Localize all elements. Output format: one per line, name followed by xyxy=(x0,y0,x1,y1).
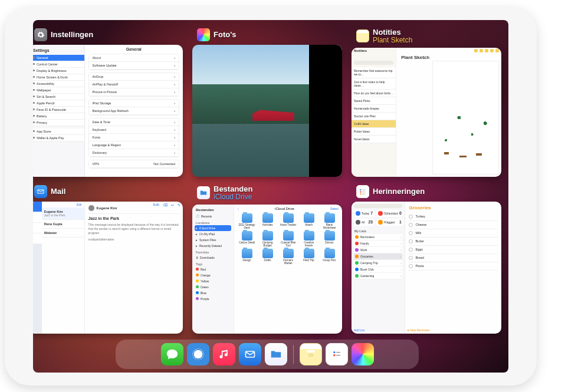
settings-row[interactable]: Wallet & Apple Pay xyxy=(33,135,84,141)
reminders-stat[interactable]: Scheduled0 xyxy=(376,210,403,217)
note-list-item[interactable]: Soccer one Plan xyxy=(352,113,396,120)
note-list-item[interactable]: Saved Picks xyxy=(352,97,396,105)
files-tag[interactable]: Yellow xyxy=(195,278,231,284)
mail-inbox-item[interactable]: Webster xyxy=(42,229,84,238)
settings-row[interactable]: Battery xyxy=(33,113,84,120)
files-folder[interactable]: 2021 Strategy Deck xyxy=(238,213,256,229)
files-tag[interactable]: Green xyxy=(195,284,231,290)
settings-detail-row[interactable]: VPNNot Connected xyxy=(89,160,179,168)
reminders-list[interactable]: Camping Trip› xyxy=(354,260,402,266)
app-card-settings[interactable]: Instellingen Settings GeneralControl Cen… xyxy=(33,26,183,177)
files-folder[interactable]: Attach xyxy=(300,213,318,229)
reminders-list[interactable]: Groceries› xyxy=(354,253,402,260)
back-icon[interactable]: ‹ xyxy=(238,207,239,212)
notes-preview[interactable]: Notities Remember that awesome trip we t… xyxy=(352,48,501,177)
files-preview[interactable]: Bestanden 🕘Recents Locations ▸iCloud Dri… xyxy=(192,205,342,334)
files-folder[interactable]: Camping Budget xyxy=(258,231,277,247)
settings-detail-row[interactable]: Fonts› xyxy=(89,134,179,141)
reminder-item[interactable]: Pasta xyxy=(409,262,498,271)
files-folder[interactable]: Asset Tracker xyxy=(279,213,297,229)
reminders-list[interactable]: Reminders› xyxy=(354,234,402,241)
dock-notes[interactable] xyxy=(300,343,322,365)
settings-detail-row[interactable]: About› xyxy=(89,54,179,62)
app-card-mail[interactable]: Mail EditEugene KimJazz in the ParkRene … xyxy=(33,183,183,334)
note-list-item[interactable]: Just a few notes to help clean… xyxy=(352,78,396,90)
settings-row[interactable]: Face ID & Passcode xyxy=(33,107,84,113)
settings-detail-row[interactable]: Software Update› xyxy=(89,62,179,70)
settings-row[interactable]: Privacy xyxy=(33,120,84,126)
files-folder[interactable]: Creative Assets xyxy=(300,231,318,247)
new-reminder-button[interactable]: ⊕ New Reminder xyxy=(407,328,429,332)
settings-detail-row[interactable]: Date & Time› xyxy=(89,118,179,126)
reminder-item[interactable]: Eggs xyxy=(409,246,498,254)
dock-files[interactable] xyxy=(265,343,287,365)
photos-preview[interactable] xyxy=(192,45,342,177)
settings-row[interactable]: Home Screen & Dock xyxy=(33,74,84,81)
files-folder[interactable]: Activities xyxy=(258,213,277,229)
note-list-item[interactable]: Potter Ideas xyxy=(352,128,396,136)
files-folder[interactable]: Group Pics xyxy=(320,249,339,265)
note-list-item[interactable]: How do you feel about birds… xyxy=(352,90,396,97)
settings-row[interactable]: Accessibility xyxy=(33,81,84,87)
settings-row[interactable]: Siri & Search xyxy=(33,94,84,100)
settings-row[interactable]: General xyxy=(33,55,84,61)
note-list-item[interactable]: Novel Ideas xyxy=(352,136,396,143)
files-folder[interactable]: Field Trip xyxy=(300,249,318,265)
settings-preview[interactable]: Settings GeneralControl CenterDisplay & … xyxy=(33,45,183,177)
settings-detail-row[interactable]: Picture in Picture› xyxy=(89,88,179,96)
settings-row[interactable]: Wallpaper xyxy=(33,87,84,94)
files-fav-downloads[interactable]: ⬇Downloads xyxy=(195,255,231,261)
settings-detail-row[interactable]: AirPlay & Handoff› xyxy=(89,81,179,88)
reminders-stat[interactable]: Flagged1 xyxy=(376,219,403,226)
reminders-list[interactable]: Work› xyxy=(354,247,402,253)
files-recents[interactable]: 🕘Recents xyxy=(195,213,231,219)
files-location[interactable]: ▸System Files xyxy=(195,237,231,243)
reminder-item[interactable]: Cheese xyxy=(409,221,498,229)
mail-preview[interactable]: EditEugene KimJazz in the ParkRene Gupta… xyxy=(33,202,183,334)
reminders-stat[interactable]: Today7 xyxy=(354,210,375,217)
note-list-item[interactable]: Homemade Arepas xyxy=(352,105,396,113)
files-select[interactable]: Select xyxy=(330,207,339,212)
files-folder[interactable]: Drafts xyxy=(258,249,277,265)
reminders-list[interactable]: Book Club› xyxy=(354,266,402,273)
reminders-preview[interactable]: Today7Scheduled0All23Flagged1 My Lists R… xyxy=(352,202,501,334)
files-location[interactable]: ▸Recently Deleted xyxy=(195,243,231,249)
settings-row[interactable]: Control Center xyxy=(33,61,84,68)
files-folder[interactable]: Cactus Detail xyxy=(238,231,256,247)
settings-row[interactable]: Apple Pencil xyxy=(33,100,84,107)
mail-inbox-item[interactable]: Eugene KimJazz in the Park xyxy=(42,207,84,220)
mail-inbox-item[interactable]: Rene Gupta xyxy=(42,220,84,229)
files-tag[interactable]: Blue xyxy=(195,290,231,296)
app-card-files[interactable]: Bestanden iCloud Drive Bestanden 🕘Recent… xyxy=(192,183,342,334)
note-list-item[interactable]: Outfit Ideas xyxy=(352,120,396,128)
dock-mail[interactable] xyxy=(239,343,261,365)
files-folder[interactable]: Farmers Market xyxy=(279,249,297,265)
settings-row[interactable]: App Store xyxy=(33,129,84,135)
reply-icon[interactable]: ↩ xyxy=(171,203,174,207)
settings-detail-row[interactable]: Language & Region› xyxy=(89,141,179,149)
files-location[interactable]: ▸iCloud Drive xyxy=(195,225,231,231)
files-folder[interactable]: Demos xyxy=(320,231,339,247)
settings-row[interactable]: Display & Brightness xyxy=(33,68,84,74)
files-location[interactable]: ▸On My iPad xyxy=(195,231,231,237)
reminders-list[interactable]: Gardening› xyxy=(354,273,402,279)
files-tag[interactable]: Purple xyxy=(195,296,231,302)
reminder-item[interactable]: Butter xyxy=(409,238,498,246)
dock-safari[interactable] xyxy=(187,343,209,365)
settings-detail-row[interactable]: iPad Storage› xyxy=(89,100,179,107)
settings-detail-row[interactable]: AirDrop› xyxy=(89,73,179,81)
files-folder[interactable]: Coastal Bike Tour xyxy=(279,231,297,247)
reminders-list[interactable]: Family› xyxy=(354,241,402,247)
archive-icon[interactable]: ⌫ xyxy=(163,203,167,207)
app-card-photos[interactable]: Foto's xyxy=(192,26,342,177)
reminder-item[interactable]: Turkey xyxy=(409,213,498,221)
dock-music[interactable] xyxy=(213,343,235,365)
app-card-reminders[interactable]: Herinneringen Today7Scheduled0All23Flagg… xyxy=(352,183,501,334)
notes-search[interactable] xyxy=(354,61,393,65)
files-folder[interactable]: Blank Worksheet xyxy=(320,213,339,229)
files-tag[interactable]: Red xyxy=(195,266,231,272)
reminders-search[interactable] xyxy=(354,204,402,208)
settings-detail-row[interactable]: Dictionary› xyxy=(89,149,179,157)
mail-edit[interactable]: Edit xyxy=(153,203,159,207)
notes-toolbar[interactable] xyxy=(474,49,499,52)
